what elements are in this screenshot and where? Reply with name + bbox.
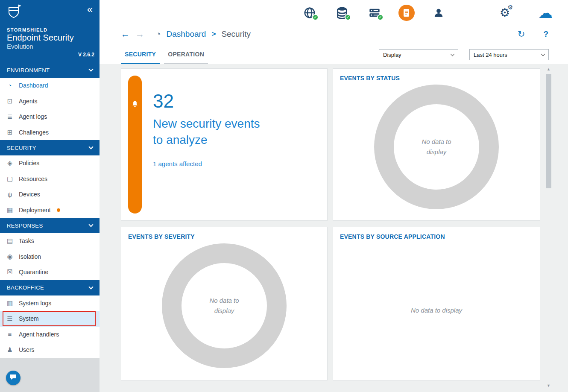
sidebar-item-label: System: [19, 315, 39, 322]
devices-icon: ψ: [6, 191, 14, 198]
policies-icon: ◈: [6, 159, 14, 167]
forward-arrow-icon: →: [135, 29, 144, 39]
display-dropdown-value: Display: [383, 52, 401, 58]
sidebar-section-environment[interactable]: ENVIRONMENT: [0, 62, 100, 78]
refresh-icon[interactable]: ↻: [518, 29, 525, 39]
app-window: « STORMSHIELD Endpoint Security Evolutio…: [0, 0, 568, 392]
sidebar-item-dashboard[interactable]: ◔ Dashboard: [0, 78, 100, 94]
sidebar-item-label: Dashboard: [19, 82, 48, 89]
database-status-icon[interactable]: ✓: [334, 4, 351, 21]
sidebar-item-label: Policies: [19, 160, 39, 167]
dashboard-gauge-icon: ◔: [156, 29, 161, 39]
sidebar-item-quarantine[interactable]: ☒ Quarantine: [0, 264, 100, 280]
dashboard-content: 32 New security events to analyze 1 agen…: [100, 64, 568, 392]
network-status-icon[interactable]: ✓: [301, 4, 318, 21]
challenges-icon: ⊞: [6, 129, 14, 136]
quarantine-icon: ☒: [6, 268, 14, 276]
scroll-up-arrow[interactable]: ▲: [545, 66, 552, 72]
sidebar-item-system[interactable]: ☰ System: [0, 311, 100, 327]
cards-grid: 32 New security events to analyze 1 agen…: [121, 68, 545, 380]
donut-chart-area: No data to display: [340, 82, 533, 212]
new-events-title: New security events to analyze: [153, 116, 272, 148]
sidebar-item-users[interactable]: ♟ Users: [0, 342, 100, 358]
new-events-count: 32: [153, 92, 272, 111]
sidebar: « STORMSHIELD Endpoint Security Evolutio…: [0, 0, 100, 392]
dashboard-icon: ◔: [6, 82, 14, 89]
brand-name: STORMSHIELD: [7, 27, 74, 33]
display-dropdown[interactable]: Display: [379, 49, 458, 60]
empty-donut-chart: No data to display: [162, 243, 287, 368]
status-ok-badge: ✓: [377, 14, 384, 20]
empty-donut-chart: No data to display: [374, 85, 499, 209]
card-title: EVENTS BY SOURCE APPLICATION: [340, 233, 533, 240]
events-by-status-card: EVENTS BY STATUS No data to display: [333, 68, 540, 221]
status-ok-badge: ✓: [345, 14, 351, 20]
feedback-chat-button[interactable]: [6, 371, 20, 385]
chevron-down-icon: [88, 144, 93, 149]
sidebar-item-resources[interactable]: ▢ Resources: [0, 171, 100, 187]
back-arrow-icon[interactable]: ←: [121, 29, 130, 39]
stormshield-logo-icon: [7, 3, 22, 23]
agents-affected-link[interactable]: 1 agents affected: [153, 160, 272, 167]
services-gears-icon[interactable]: ⚙ ⚙: [496, 4, 513, 21]
section-label: RESPONSES: [7, 222, 43, 229]
sidebar-item-agents[interactable]: ⊡ Agents: [0, 94, 100, 109]
brand-block: STORMSHIELD Endpoint Security Evolution: [7, 27, 74, 50]
sidebar-item-deployment[interactable]: ▦ Deployment: [0, 202, 100, 218]
sidebar-header: « STORMSHIELD Endpoint Security Evolutio…: [0, 0, 100, 62]
sidebar-item-system-logs[interactable]: ▥ System logs: [0, 295, 100, 311]
chat-bubble-icon: [10, 374, 17, 382]
deployment-icon: ▦: [6, 206, 14, 214]
events-by-source-application-card: EVENTS BY SOURCE APPLICATION No data to …: [333, 227, 540, 380]
period-dropdown[interactable]: Last 24 hours: [469, 49, 549, 60]
sidebar-item-label: Agent logs: [19, 113, 47, 120]
user-account-icon[interactable]: [430, 4, 447, 21]
sidebar-item-label: Agents: [19, 98, 38, 105]
sidebar-item-isolation[interactable]: ◉ Isolation: [0, 249, 100, 265]
help-icon[interactable]: ?: [543, 29, 548, 39]
section-label: ENVIRONMENT: [7, 67, 50, 73]
chevron-down-icon: [88, 284, 93, 289]
sidebar-nav: ENVIRONMENT ◔ Dashboard ⊡ Agents ≣ Agent…: [0, 62, 100, 358]
scroll-down-arrow[interactable]: ▼: [545, 383, 552, 389]
status-ok-badge: ✓: [312, 14, 319, 20]
sidebar-item-devices[interactable]: ψ Devices: [0, 187, 100, 202]
notification-dot: [57, 208, 60, 212]
system-logs-icon: ▥: [6, 299, 14, 307]
topbar: ✓ ✓ ✓: [100, 0, 568, 26]
sidebar-item-agent-handlers[interactable]: ≡ Agent handlers: [0, 327, 100, 342]
agent-handlers-icon: ≡: [6, 331, 14, 338]
sidebar-item-tasks[interactable]: ▤ Tasks: [0, 233, 100, 249]
breadcrumb-dashboard-link[interactable]: Dashboard: [166, 29, 206, 39]
sidebar-item-challenges[interactable]: ⊞ Challenges: [0, 125, 100, 140]
app-version: V 2.6.2: [78, 52, 94, 58]
sidebar-item-label: Resources: [19, 176, 47, 182]
server-status-icon[interactable]: ✓: [366, 4, 383, 21]
sidebar-collapse-button[interactable]: «: [87, 4, 93, 15]
sidebar-item-policies[interactable]: ◈ Policies: [0, 155, 100, 171]
cloud-icon[interactable]: ☁: [537, 4, 554, 21]
chevron-down-icon: [88, 67, 93, 71]
logs-panel-icon[interactable]: [398, 5, 415, 21]
tab-security[interactable]: SECURITY: [121, 51, 160, 64]
vertical-scrollbar[interactable]: ▲ ▼: [545, 66, 552, 389]
events-by-severity-card: EVENTS BY SEVERITY No data to display: [121, 227, 328, 380]
tab-operation[interactable]: OPERATION: [164, 51, 208, 64]
tabs-row: SECURITY OPERATION Display Last 24 hours: [100, 43, 568, 64]
tasks-icon: ▤: [6, 237, 14, 245]
sidebar-item-agent-logs[interactable]: ≣ Agent logs: [0, 109, 100, 125]
card-title: EVENTS BY SEVERITY: [128, 233, 320, 240]
sidebar-section-security[interactable]: SECURITY: [0, 140, 100, 155]
sidebar-item-label: Isolation: [19, 253, 41, 260]
main-area: ✓ ✓ ✓: [100, 0, 568, 392]
sidebar-item-label: Quarantine: [19, 269, 48, 275]
alert-accent-bar: [128, 76, 142, 214]
sidebar-section-backoffice[interactable]: BACKOFFICE: [0, 280, 100, 295]
system-icon: ☰: [6, 315, 14, 322]
alert-body: 32 New security events to analyze 1 agen…: [153, 76, 272, 214]
scrollbar-thumb[interactable]: [546, 74, 551, 188]
card-title: EVENTS BY STATUS: [340, 75, 533, 82]
sidebar-section-responses[interactable]: RESPONSES: [0, 218, 100, 233]
breadcrumb-current: Security: [221, 29, 251, 39]
brand-edition: Evolution: [7, 43, 74, 50]
